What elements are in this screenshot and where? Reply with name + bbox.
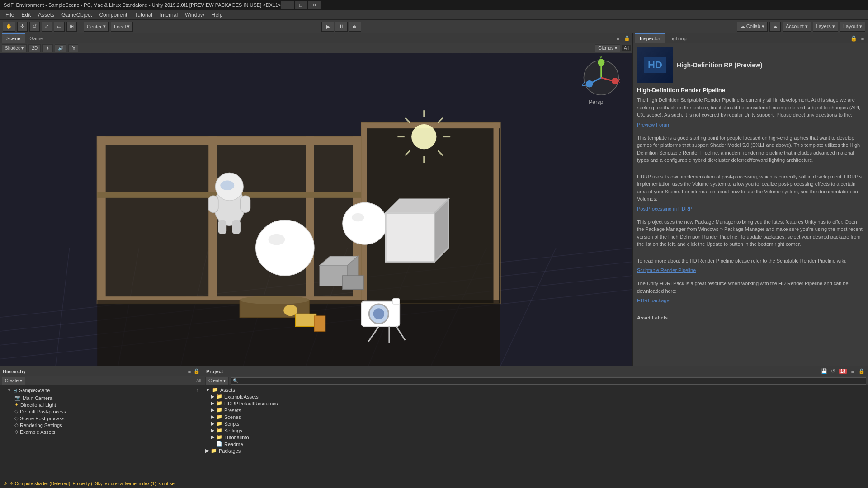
folder-item-hdrp[interactable]: ▶ 📁 HDRPDefaultResources xyxy=(203,400,868,407)
local-button[interactable]: Local ▾ xyxy=(111,22,133,32)
tab-game[interactable]: Game xyxy=(25,33,47,43)
menu-edit[interactable]: Edit xyxy=(18,11,34,19)
menu-internal[interactable]: Internal xyxy=(156,11,181,19)
hierarchy-create-label: Create ▾ xyxy=(5,378,22,383)
inspector-tabs: Inspector Lighting 🔒 ≡ xyxy=(633,33,868,43)
svg-rect-15 xyxy=(208,137,217,304)
folder-icon-hdrp: 📁 xyxy=(216,400,222,406)
panel-lock-button[interactable]: 🔒 xyxy=(623,35,631,42)
viewport[interactable]: RRCG 人人素材 RRCG 人人素材 人人素材 RRCG 人人素材 RRCG … xyxy=(0,53,632,366)
menu-tutorial[interactable]: Tutorial xyxy=(131,11,156,19)
link-preview-forum[interactable]: Preview Forum xyxy=(637,122,670,127)
tree-item-default-postprocess[interactable]: ◇ Default Post-process xyxy=(0,408,203,415)
inspector-menu-button[interactable]: ≡ xyxy=(859,35,866,42)
light-icon: ✦ xyxy=(14,402,19,408)
step-button[interactable]: ⏭ xyxy=(349,22,361,32)
gizmos-button[interactable]: Gizmos ▾ xyxy=(595,44,620,52)
2d-button[interactable]: 2D xyxy=(28,44,41,52)
folder-item-exampleassets[interactable]: ▶ 📁 ExampleAssets xyxy=(203,393,868,400)
folder-item-assets[interactable]: ▼ 📁 Assets xyxy=(203,386,868,393)
expand-arrow: ▼ xyxy=(7,388,11,393)
svg-rect-52 xyxy=(393,299,400,304)
tree-item-rendering-settings[interactable]: ◇ Rendering Settings xyxy=(0,422,203,428)
folder-item-presets[interactable]: ▶ 📁 Presets xyxy=(203,407,868,413)
pause-button[interactable]: ⏸ xyxy=(335,22,348,32)
panel-menu-button[interactable]: ≡ xyxy=(614,35,622,42)
asset-labels-title: Asset Labels xyxy=(637,315,864,320)
svg-rect-45 xyxy=(232,220,240,234)
scale-tool-button[interactable]: ⤢ xyxy=(42,22,52,32)
collab-button[interactable]: ☁ Collab ▾ xyxy=(737,22,768,32)
expand-arrow-hdrp: ▶ xyxy=(211,400,214,406)
audio-button[interactable]: 🔊 xyxy=(55,44,66,52)
svg-point-26 xyxy=(411,124,436,149)
project-create-button[interactable]: Create ▾ xyxy=(205,377,229,385)
svg-rect-14 xyxy=(97,137,105,304)
menu-assets[interactable]: Assets xyxy=(34,11,58,19)
folder-item-tutorialinfo[interactable]: ▶ 📁 TutorialInfo xyxy=(203,434,868,441)
minimize-button[interactable]: ─ xyxy=(281,1,294,9)
svg-point-69 xyxy=(586,80,593,87)
hierarchy-menu-button[interactable]: ≡ xyxy=(186,368,193,375)
menu-help[interactable]: Help xyxy=(208,11,226,19)
menu-file[interactable]: File xyxy=(2,11,18,19)
center-button[interactable]: Center ▾ xyxy=(84,22,109,32)
tab-inspector[interactable]: Inspector xyxy=(635,33,665,43)
hierarchy-lock-button[interactable]: 🔒 xyxy=(193,368,200,375)
folder-label-presets: Presets xyxy=(224,408,241,413)
cloud-button[interactable]: ☁ xyxy=(769,22,781,32)
project-lock-button[interactable]: 🔒 xyxy=(858,368,865,375)
object-icon-3: ◇ xyxy=(14,422,18,428)
folder-item-scripts[interactable]: ▶ 📁 Scripts xyxy=(203,420,868,427)
package-thumbnail: HD xyxy=(637,47,673,83)
tab-lighting[interactable]: Lighting xyxy=(665,33,691,43)
para-4: This project uses the new Package Manage… xyxy=(637,218,864,248)
tree-save-button[interactable]: ↑ xyxy=(194,387,201,394)
folder-icon-scripts: 📁 xyxy=(216,421,222,427)
link-hdri-package[interactable]: HDRI package xyxy=(637,298,670,303)
lighting-button[interactable]: ☀ xyxy=(42,44,53,52)
para-5: To read more about the HD Render Pipelin… xyxy=(637,257,864,265)
hierarchy-panel: Hierarchy ≡ 🔒 Create ▾ All ▼ ⊞ SampleSce… xyxy=(0,366,203,479)
tree-label-example-assets: Example Assets xyxy=(20,429,55,435)
transform-tool-button[interactable]: ⊞ xyxy=(66,22,77,32)
menu-window[interactable]: Window xyxy=(181,11,208,19)
tree-item-example-assets[interactable]: ◇ Example Assets xyxy=(0,428,203,435)
tree-item-main-camera[interactable]: 📷 Main Camera xyxy=(0,394,203,401)
link-scriptable-rp[interactable]: Scriptable Render Pipeline xyxy=(637,267,696,273)
project-refresh-button[interactable]: ↺ xyxy=(830,368,837,375)
menu-component[interactable]: Component xyxy=(95,11,131,19)
inspector-lock-button[interactable]: 🔒 xyxy=(850,35,857,42)
expand-arrow-presets: ▶ xyxy=(211,407,214,413)
move-tool-button[interactable]: ✛ xyxy=(17,22,28,32)
fx-button[interactable]: fx xyxy=(68,44,78,52)
maximize-button[interactable]: □ xyxy=(295,1,307,9)
layers-button[interactable]: Layers ▾ xyxy=(813,22,838,32)
shaded-button[interactable]: Shaded ▾ xyxy=(2,44,27,52)
tree-item-samplescene[interactable]: ▼ ⊞ SampleScene ↑ xyxy=(0,386,203,394)
folder-item-readme[interactable]: 📄 Readme xyxy=(203,441,868,447)
account-button[interactable]: Account ▾ xyxy=(783,22,811,32)
play-button[interactable]: ▶ xyxy=(321,22,334,32)
project-menu-button[interactable]: ≡ xyxy=(849,368,856,375)
svg-point-51 xyxy=(373,308,385,319)
tree-item-directional-light[interactable]: ✦ Directional Light xyxy=(0,401,203,408)
link-postprocessing[interactable]: PostProcessing in HDRP xyxy=(637,206,692,211)
folder-item-packages[interactable]: ▶ 📁 Packages xyxy=(203,447,868,454)
hand-tool-button[interactable]: ✋ xyxy=(3,22,15,32)
project-search-input[interactable] xyxy=(231,377,866,385)
hierarchy-create-button[interactable]: Create ▾ xyxy=(2,377,25,385)
rect-tool-button[interactable]: ▭ xyxy=(54,22,65,32)
tab-scene[interactable]: Scene xyxy=(2,33,25,43)
close-button[interactable]: ✕ xyxy=(308,1,321,9)
file-icon-readme: 📄 xyxy=(216,441,222,447)
all-label: All xyxy=(622,45,631,51)
layout-button[interactable]: Layout ▾ xyxy=(840,22,865,32)
folder-icon-assets: 📁 xyxy=(212,387,218,393)
rotate-tool-button[interactable]: ↺ xyxy=(29,22,40,32)
menu-gameobject[interactable]: GameObject xyxy=(58,11,95,19)
folder-item-settings[interactable]: ▶ 📁 Settings xyxy=(203,427,868,434)
folder-item-scenes[interactable]: ▶ 📁 Scenes xyxy=(203,413,868,420)
tree-item-scene-postprocess[interactable]: ◇ Scene Post-process xyxy=(0,415,203,422)
project-save-button[interactable]: 💾 xyxy=(821,368,828,375)
